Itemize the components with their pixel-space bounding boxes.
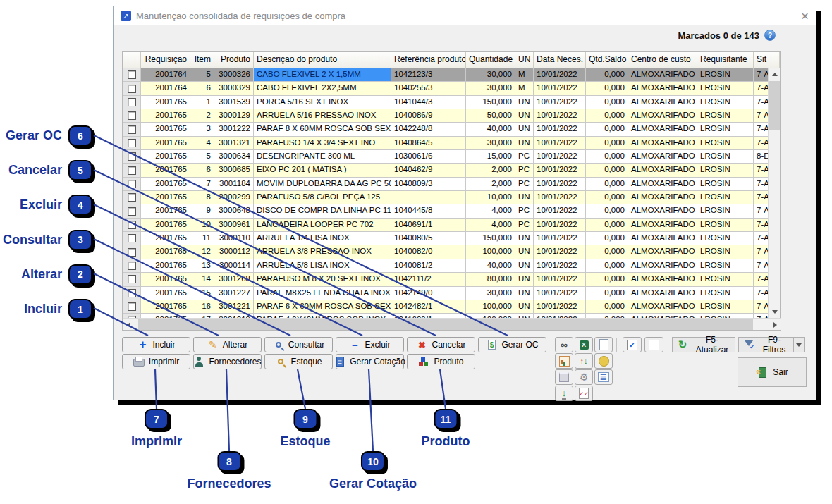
- scroll-up-icon[interactable]: [769, 68, 781, 80]
- table-row[interactable]: 200176563000685EIXO PC 201 ( MATISA )104…: [123, 164, 769, 177]
- table-row[interactable]: 2001765113000110ARRUELA 1/4 LISA INOX104…: [123, 232, 769, 245]
- table-row[interactable]: 200176553000634DESENGRIPANTE 300 ML10300…: [123, 150, 769, 164]
- filters-dropdown-button[interactable]: [793, 337, 805, 352]
- produto-button[interactable]: Produto: [407, 354, 475, 369]
- row-checkbox[interactable]: [128, 221, 136, 229]
- column-header-requisicao[interactable]: Requisição: [141, 52, 190, 68]
- scroll-right-icon[interactable]: [769, 319, 781, 331]
- row-checkbox[interactable]: [128, 262, 136, 270]
- utility-icon-grid: [555, 337, 613, 401]
- cell-descricao: ARRUELA 1/4 LISA INOX: [254, 232, 391, 245]
- table-row[interactable]: 200176543001321PARAFUSO 1/4 X 3/4 SEXT I…: [123, 137, 769, 150]
- table-row[interactable]: 200176573001184MOVIM DUPLOBARRA DA AG PC…: [123, 178, 769, 191]
- cell-produto: 3001227: [214, 287, 254, 300]
- uncheck-all-button[interactable]: [644, 337, 663, 352]
- excel-export-button[interactable]: [575, 337, 593, 352]
- cell-data_neces: 10/01/2022: [534, 96, 586, 109]
- row-checkbox[interactable]: [128, 275, 136, 283]
- import-button[interactable]: [555, 386, 573, 401]
- binoculars-button[interactable]: [555, 337, 573, 352]
- check-all-button[interactable]: [623, 337, 642, 352]
- column-header-item[interactable]: Item: [190, 52, 214, 68]
- table-row[interactable]: 2001765133000114ARRUELA 5/8 LISA INOX104…: [123, 259, 769, 273]
- chart-button[interactable]: [555, 353, 573, 369]
- row-checkbox[interactable]: [128, 234, 136, 242]
- horizontal-scroll-thumb[interactable]: [138, 319, 753, 330]
- column-header-data_neces[interactable]: Data Neces.: [534, 52, 586, 68]
- table-row[interactable]: 2001765103000961LANCADEIRA LOOPER PC 702…: [123, 219, 769, 232]
- row-checkbox[interactable]: [128, 248, 136, 257]
- cell-requisitante: LROSIN: [697, 150, 754, 164]
- f9-filters-button[interactable]: F9-Filtros: [738, 337, 793, 352]
- table-row[interactable]: 200176523000129ARRUELA 5/16 PRESSAO INOX…: [123, 109, 769, 123]
- table-row[interactable]: 200176453000326CABO FLEXIVEL 2 X 1,5MM10…: [123, 68, 769, 82]
- table-row[interactable]: 200176513001539PORCA 5/16 SEXT INOX10410…: [123, 96, 769, 109]
- column-header-centro_custo[interactable]: Centro de custo: [628, 52, 697, 68]
- cancelar-button[interactable]: Cancelar: [407, 337, 475, 352]
- row-checkbox-cell: [123, 82, 141, 95]
- cell-qtd_saldo: 0,000: [586, 178, 628, 191]
- callout-gerar-cotacao: 10Gerar Cotação: [329, 451, 417, 491]
- row-checkbox[interactable]: [128, 207, 136, 216]
- table-row[interactable]: 200176582000299PARAFUSO 5/8 C/BOL PEÇA 1…: [123, 191, 769, 204]
- table-row[interactable]: 200176463000329CABO FLEXIVEL 2X2,5MM1040…: [123, 82, 769, 95]
- scroll-left-icon[interactable]: [123, 319, 135, 331]
- row-checkbox[interactable]: [128, 180, 136, 188]
- row-checkbox[interactable]: [128, 302, 136, 311]
- fornecedores-button[interactable]: Fornecedores: [193, 354, 262, 369]
- f5-refresh-button[interactable]: F5-Atualizar: [672, 337, 735, 352]
- row-checkbox[interactable]: [128, 98, 136, 106]
- box-button[interactable]: [555, 369, 573, 385]
- row-checkbox[interactable]: [128, 85, 136, 93]
- column-header-requisitante[interactable]: Requisitante: [697, 52, 754, 68]
- row-checkbox[interactable]: [128, 152, 136, 161]
- consultar-button[interactable]: Consultar: [264, 337, 333, 352]
- sort-button[interactable]: [575, 353, 593, 369]
- row-checkbox[interactable]: [128, 111, 136, 120]
- row-checkbox[interactable]: [128, 289, 136, 297]
- vertical-scrollbar[interactable]: [768, 68, 780, 318]
- row-checkbox[interactable]: [128, 125, 136, 134]
- alterar-button[interactable]: Alterar: [193, 337, 262, 352]
- callout-badge: 6: [68, 125, 92, 146]
- table-row[interactable]: 200176593000648DISCO DE COMPR DA LINHA P…: [123, 204, 769, 218]
- list-details-button[interactable]: [594, 369, 613, 385]
- row-checkbox[interactable]: [128, 139, 136, 147]
- column-header-referencia[interactable]: Referência produto: [391, 52, 466, 68]
- table-row[interactable]: 2001765143001268PARAFUSO M 8 X 20 SEXT I…: [123, 273, 769, 286]
- column-header-quantidade[interactable]: Quantidade: [466, 52, 515, 68]
- cell-produto: 3000648: [214, 204, 254, 218]
- excluir-button[interactable]: Excluir: [336, 337, 404, 352]
- callout-label: Imprimir: [131, 434, 182, 449]
- imprimir-button[interactable]: Imprimir: [122, 354, 190, 369]
- settings-button[interactable]: [575, 369, 593, 385]
- gerar-oc-button[interactable]: Gerar OC: [478, 337, 546, 352]
- row-checkbox[interactable]: [128, 166, 136, 175]
- scroll-down-icon[interactable]: [769, 306, 781, 318]
- estoque-button[interactable]: Estoque: [264, 354, 333, 369]
- help-icon[interactable]: ?: [764, 30, 776, 41]
- row-checkbox-cell: [123, 273, 141, 286]
- row-checkbox[interactable]: [128, 70, 136, 79]
- column-header-produto[interactable]: Produto: [214, 52, 254, 68]
- table-row[interactable]: 2001765123000112ARRUELA 3/8 PRESSAO INOX…: [123, 245, 769, 259]
- gerar-cotacao-button[interactable]: Gerar Cotação: [336, 354, 404, 369]
- new-document-icon: [597, 338, 610, 351]
- column-header-qtd_saldo[interactable]: Qtd.Saldo: [586, 52, 628, 68]
- sair-button[interactable]: Sair: [738, 357, 807, 387]
- column-header-descricao[interactable]: Descrição do produto: [254, 52, 391, 68]
- new-document-button[interactable]: [594, 337, 613, 352]
- table-row[interactable]: 200176533001222PARAF 8 X 60MM ROSCA SOB …: [123, 123, 769, 136]
- horizontal-scrollbar[interactable]: [123, 318, 781, 330]
- column-header-sit[interactable]: Sit: [754, 52, 769, 68]
- row-checkbox[interactable]: [128, 193, 136, 202]
- palette-button[interactable]: [594, 353, 613, 369]
- column-header-un[interactable]: UN: [515, 52, 534, 68]
- vertical-scroll-thumb[interactable]: [769, 81, 780, 130]
- incluir-button[interactable]: Incluir: [122, 337, 190, 352]
- column-header-cb[interactable]: [123, 52, 141, 68]
- table-row[interactable]: 2001765153001227PARAF M8X25 FENDA CHATA …: [123, 287, 769, 300]
- checklist-button[interactable]: [575, 386, 593, 401]
- table-row[interactable]: 2001765163001221PARAF 6 X 60MM ROSCA SOB…: [123, 300, 769, 314]
- close-icon[interactable]: ×: [801, 7, 809, 25]
